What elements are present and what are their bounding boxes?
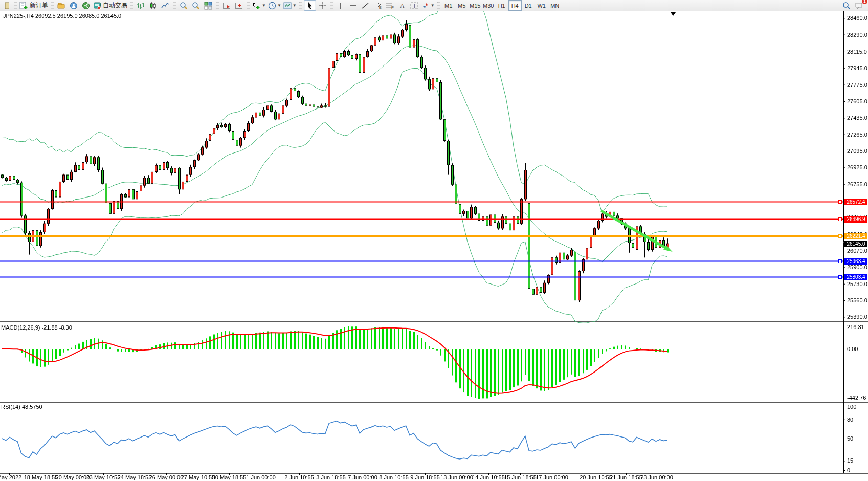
svg-text:A: A [400,2,405,9]
auto-trading-button[interactable]: 自动交易 [92,0,128,11]
zoom-in-button[interactable] [177,0,190,11]
timeframe-d1-button[interactable]: D1 [522,0,535,11]
linechart-icon [161,2,169,10]
zoom-out-button[interactable] [190,0,202,11]
newchart-icon [252,2,261,10]
new-chart-button[interactable]: ▼ [251,0,267,11]
new-order-button[interactable]: 新订单 [18,0,49,11]
candle-chart-type-button[interactable] [147,0,159,11]
bar-chart-type-button[interactable] [135,0,147,11]
toolbar-group-grip[interactable] [14,2,17,9]
chart-title: JPN225-,H4 26092.5 26195.0 26085.0 26145… [3,13,121,19]
price-tag-resistance-1[interactable]: 26572.4 [844,199,867,205]
chevron-down-icon[interactable]: ▼ [293,3,297,8]
toolbar-group-grip[interactable] [437,2,440,9]
fibo-icon: F [385,2,394,10]
labelT-icon: T [410,2,418,10]
search-icon[interactable] [840,0,853,11]
rsi-indicator-label: RSI(14) 48.5750 [1,404,42,410]
tile-icon [204,2,212,10]
autoscroll-icon [222,2,231,10]
toolbar-group-grip[interactable] [51,2,54,9]
notifications-chat-icon[interactable]: 1 [853,0,865,11]
svg-text:E: E [379,6,382,9]
timeframe-m5-button[interactable]: M5 [455,0,469,11]
auto-scroll-button[interactable] [220,0,233,11]
crosshair-icon [318,2,326,10]
timeframe-mn-button[interactable]: MN [548,0,562,11]
cursor-button[interactable] [304,0,316,11]
chevron-down-icon[interactable]: ▼ [277,3,281,8]
clipped-icon [4,2,9,10]
timeframe-h4-button[interactable]: H4 [508,0,522,11]
timeframe-m15-button[interactable]: M15 [469,0,482,11]
robot-icon [93,2,101,10]
price-chart-canvas[interactable] [0,0,868,481]
notification-badge: 1 [862,0,867,4]
channel-icon: E [373,2,382,10]
candles-icon [149,2,157,10]
price-tag-pivot[interactable]: 26221.4 [844,233,867,239]
svg-text:T: T [413,3,416,9]
timeframe-m30-button[interactable]: M30 [482,0,495,11]
toolbar-group-grip[interactable] [173,2,176,9]
vertical-line-button[interactable] [335,0,347,11]
auto-trading-button-label: 自动交易 [103,1,127,10]
horizontal-line-button[interactable] [347,0,359,11]
market-watch-button[interactable] [68,0,80,11]
fibonacci-button[interactable]: F [384,0,396,11]
hline-icon [349,2,357,10]
tile-windows-button[interactable] [202,0,214,11]
chart-profile-button[interactable]: ▼ [282,0,298,11]
zoomin-icon [180,2,188,10]
arrows-icon [421,2,430,10]
line-chart-type-button[interactable] [159,0,171,11]
textA-icon: A [398,2,406,10]
zoomout-icon [192,2,200,10]
person-icon [70,2,78,10]
neworder-icon [19,2,28,10]
mt4-window: 新订单自动交易▼▼▼EFAT▼M1M5M15M30H1H4D1W1MN1 JPN… [0,0,868,481]
periodicity-button[interactable]: ▼ [267,0,282,11]
trend-icon [361,2,369,10]
chevron-down-icon[interactable]: ▼ [431,3,435,8]
arrows-button[interactable]: ▼ [420,0,436,11]
chart-shift-button[interactable] [233,0,245,11]
profilechart-icon [283,2,292,10]
text-button[interactable]: A [396,0,408,11]
toolbar-group-grip[interactable] [216,2,219,9]
signals-button[interactable] [80,0,92,11]
chevron-down-icon[interactable]: ▼ [262,3,266,8]
macd-indicator-label: MACD(12,26,9) -21.88 -8.30 [1,324,72,331]
main-toolbar: 新订单自动交易▼▼▼EFAT▼M1M5M15M30H1H4D1W1MN1 [0,0,868,11]
new-order-button-label: 新订单 [30,1,48,10]
clipped-tool-icon[interactable] [0,0,12,11]
trendline-button[interactable] [359,0,371,11]
chartshift-icon [235,2,243,10]
clock-icon [268,2,276,10]
price-tag-support-2[interactable]: 25803.4 [844,274,867,280]
timeframe-h1-button[interactable]: H1 [495,0,508,11]
toolbar-group-grip[interactable] [330,2,333,9]
price-tag-support-1[interactable]: 25963.4 [844,258,867,265]
timeframe-m1-button[interactable]: M1 [442,0,455,11]
toolbar-group-grip[interactable] [299,2,302,9]
equidistant-channel-button[interactable]: E [371,0,384,11]
signal-icon [82,2,90,10]
timeframe-w1-button[interactable]: W1 [535,0,548,11]
price-tag-current-price: 26145.0 [844,240,867,247]
price-tag-resistance-2[interactable]: 26396.9 [844,216,867,223]
vline-icon [338,2,344,10]
cursor-icon [307,2,313,10]
svg-text:F: F [391,5,394,10]
folder-icon [57,2,65,10]
toolbar-group-grip[interactable] [130,2,133,9]
toolbar-group-grip[interactable] [247,2,250,9]
profiles-folder-button[interactable] [55,0,68,11]
bars-icon [137,2,145,10]
text-label-button[interactable]: T [408,0,420,11]
crosshair-button[interactable] [316,0,328,11]
